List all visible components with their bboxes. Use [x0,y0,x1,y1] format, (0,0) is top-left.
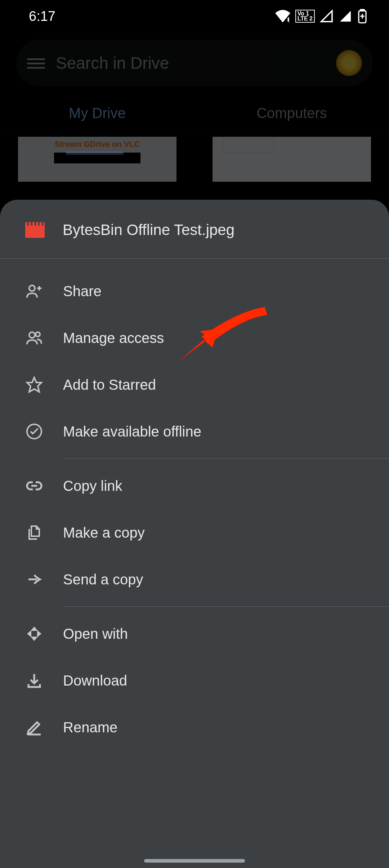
menu-label: Download [63,673,127,689]
svg-marker-11 [27,378,41,392]
menu-divider [63,458,389,459]
search-placeholder: Search in Drive [56,53,336,73]
sheet-header: BytesBin Offline Test.jpeg [0,200,389,259]
menu-label: Rename [63,719,117,736]
menu-label: Open with [63,626,128,642]
svg-marker-15 [31,637,38,641]
menu-copy-link[interactable]: Copy link [0,462,389,509]
share-icon [25,282,43,300]
navigation-bar-handle[interactable] [144,859,245,863]
menu-send-a-copy[interactable]: Send a copy [0,556,389,603]
menu-label: Make a copy [63,525,145,541]
tab-computers[interactable]: Computers [194,105,389,121]
status-icons: Vo 1 LTE 2 [275,9,367,23]
wifi-icon [275,10,290,23]
svg-rect-3 [361,9,364,11]
open-with-icon [25,625,43,643]
menu-download[interactable]: Download [0,657,389,704]
svg-point-6 [29,285,35,291]
search-bar[interactable]: Search in Drive [16,40,373,86]
rename-icon [25,718,43,736]
thumbnail-text: Stream GDrive on VLC [18,137,176,149]
signal-icon-1 [320,10,334,23]
profile-avatar[interactable] [336,50,362,76]
menu-open-with[interactable]: Open with [0,610,389,657]
offline-icon [25,422,43,440]
menu-divider [63,606,389,607]
file-grid: Stream GDrive on VLC [0,137,389,182]
tabs: My Drive Computers [0,94,389,133]
menu-make-offline[interactable]: Make available offline [0,408,389,455]
menu-label: Send a copy [63,571,143,588]
file-thumbnail-1[interactable] [213,137,371,182]
menu-label: Manage access [63,330,164,346]
hamburger-menu-icon[interactable] [27,56,45,70]
lte-badge: Vo 1 LTE 2 [295,10,315,23]
bottom-sheet: BytesBin Offline Test.jpeg Share [0,200,389,868]
copy-icon [25,524,43,542]
menu-label: Copy link [63,478,122,494]
file-thumbnail-0[interactable]: Stream GDrive on VLC [18,137,176,182]
menu-share[interactable]: Share [0,268,389,315]
svg-marker-16 [27,630,31,637]
menu-label: Add to Starred [63,377,156,393]
menu-label: Make available offline [63,424,201,440]
menu-label: Share [63,283,102,299]
svg-point-10 [36,332,40,336]
send-icon [25,570,43,588]
menu-list: Share Manage access Add to Starred [0,259,389,760]
star-icon [25,376,43,394]
status-time: 6:17 [29,9,55,24]
file-name: BytesBin Offline Test.jpeg [63,221,234,239]
download-icon [25,672,43,690]
menu-manage-access[interactable]: Manage access [0,315,389,361]
svg-marker-14 [31,627,38,631]
menu-rename[interactable]: Rename [0,704,389,751]
signal-icon-2 [339,10,352,23]
menu-make-a-copy[interactable]: Make a copy [0,509,389,556]
menu-add-to-starred[interactable]: Add to Starred [0,361,389,408]
people-icon [25,329,43,347]
tab-my-drive[interactable]: My Drive [0,105,194,121]
status-bar: 6:17 Vo 1 LTE 2 [0,0,389,32]
svg-marker-17 [37,630,41,637]
svg-point-9 [29,332,35,338]
video-file-icon [25,222,45,238]
battery-icon [357,9,367,23]
link-icon [25,477,43,495]
